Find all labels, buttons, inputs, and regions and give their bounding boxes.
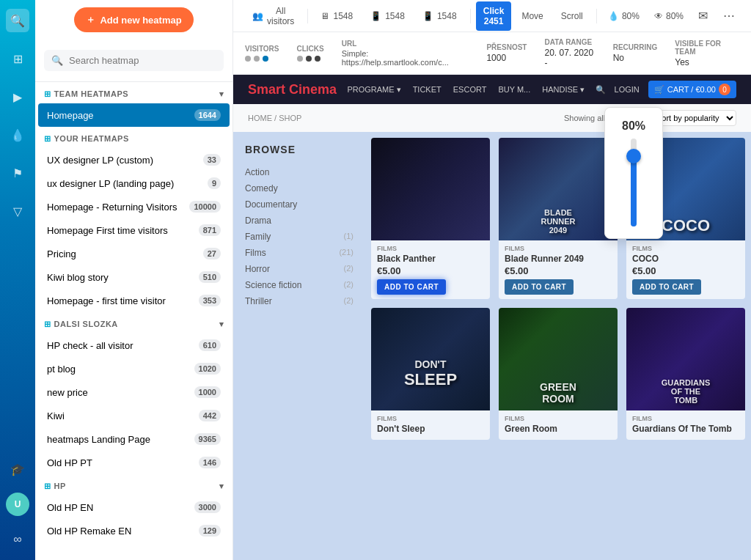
sidebar-item-new-price[interactable]: new price 1000 (38, 380, 230, 404)
category-comedy[interactable]: Comedy (245, 180, 353, 196)
nav-escort[interactable]: ESCORT (453, 85, 487, 95)
cinema-search-icon[interactable]: 🔍 (596, 85, 606, 95)
drop-icon: 💧 (608, 11, 619, 21)
sidebar-item-ux-custom[interactable]: UX designer LP (custom) 33 (38, 148, 230, 172)
nav-ticket[interactable]: TICKET (413, 85, 442, 95)
tab-desktop[interactable]: 🖥 1548 (313, 7, 360, 26)
film-title-dont-sleep: DON'TSLEEP (404, 359, 457, 388)
product-image-guardians: GUARDIANSOF THETOMB (626, 308, 745, 410)
tablet-icon: 📱 (370, 11, 381, 21)
academy-rail-icon[interactable]: 🎓 (6, 457, 29, 481)
visible-team-info: VISIBLE FOR TEAM Yes (675, 40, 739, 67)
nav-handise[interactable]: HANDISE ▾ (542, 85, 585, 95)
sidebar-item-heatmaps-lp[interactable]: heatmaps Landing Page 9365 (38, 427, 230, 451)
icon-rail: 🔍 ⊞ ▶ 💧 ⚑ ▽ 🎓 U ∞ (0, 0, 35, 560)
slider-track[interactable] (631, 139, 637, 226)
category-horror[interactable]: Horror (2) (245, 261, 353, 277)
tab-all-visitors[interactable]: 👥 All visitors (245, 1, 301, 31)
email-button[interactable]: ✉ (692, 6, 713, 26)
sidebar-item-kiwi-blog[interactable]: Kiwi blog story 510 (38, 265, 230, 289)
add-heatmap-button[interactable]: ＋ Add new heatmap (74, 7, 193, 32)
grid-rail-icon[interactable]: ⊞ (6, 47, 29, 70)
tab-drop-pct[interactable]: 💧 80% (602, 8, 645, 24)
slider-thumb[interactable] (626, 149, 641, 163)
your-heatmaps-header: ⊞YOUR HEATMAPS (35, 127, 232, 148)
clicks-info: CLICKS (297, 45, 324, 62)
sidebar-item-hp-check[interactable]: HP check - all visitor 610 (38, 334, 230, 357)
sidebar-item-ux-landing[interactable]: ux designer LP (landing page) 9 (38, 172, 230, 195)
category-films[interactable]: Films (21) (245, 245, 353, 261)
product-info-black-panther: FILMS Black Panther €5.00 ADD TO CART (371, 240, 490, 299)
sidebar-item-homepage-first[interactable]: Homepage - first time visitor 353 (38, 289, 230, 312)
sidebar-item-pricing[interactable]: Pricing 27 (38, 242, 230, 265)
cart-badge: 0 (719, 84, 730, 95)
tab-click[interactable]: Click 2451 (476, 1, 512, 31)
hp-chevron-icon[interactable]: ▾ (219, 482, 224, 491)
product-card-guardians: GUARDIANSOF THETOMB FILMS Guardians Of T… (626, 308, 745, 440)
cinema-nav: Smart Cinema PROGRAME ▾ TICKET ESCORT BU… (233, 75, 751, 104)
search-area: 🔍 (35, 40, 232, 82)
eye-icon: 👁 (654, 11, 663, 21)
tab-scroll[interactable]: Scroll (554, 7, 590, 26)
flag-rail-icon[interactable]: ⚑ (6, 161, 29, 185)
product-info-guardians: FILMS Guardians Of The Tomb (626, 410, 745, 440)
your-icon: ⊞ (44, 134, 51, 143)
category-action[interactable]: Action (245, 164, 353, 180)
product-info-blade-runner: FILMS Blade Runner 2049 €5.00 ADD TO CAR… (499, 240, 618, 299)
product-info-coco: FILMS COCO €5.00 ADD TO CART (626, 240, 745, 299)
sidebar-item-kiwi[interactable]: Kiwi 442 (38, 404, 230, 427)
product-image-black-panther (371, 138, 490, 240)
film-title-blade-runner: BLADERUNNER2049 (499, 208, 618, 235)
category-documentary[interactable]: Documentary (245, 196, 353, 213)
cinema-nav-right: 🔍 LOGIN 🛒 CART / €0.00 0 (596, 81, 736, 98)
add-to-cart-blade-runner[interactable]: ADD TO CART (505, 279, 574, 295)
sidebar-item-old-hp-en[interactable]: Old HP EN 3000 (38, 495, 230, 519)
funnel-rail-icon[interactable]: ▽ (6, 199, 29, 223)
search-input[interactable] (69, 55, 216, 66)
nav-buy[interactable]: BUY M... (498, 85, 530, 95)
topbar: 👥 All visitors 🖥 1548 📱 1548 📱 1548 Clic… (233, 0, 751, 32)
presnost-info: PŘESNOST 1000 (486, 43, 527, 63)
avatar[interactable]: U (6, 493, 29, 516)
tab-eye-pct[interactable]: 👁 80% (648, 8, 689, 24)
dalsi-chevron-icon[interactable]: ▾ (219, 320, 224, 329)
sidebar-header: ＋ Add new heatmap (35, 0, 232, 40)
sidebar-item-pt-blog[interactable]: pt blog 1020 (38, 357, 230, 380)
team-chevron-icon[interactable]: ▾ (219, 89, 224, 99)
cinema-logo: Smart Cinema (248, 82, 337, 97)
infobar: VISITORS CLICKS URL Simple: https://help… (233, 32, 751, 75)
search-rail-icon[interactable]: 🔍 (6, 9, 29, 32)
cinema-cart[interactable]: 🛒 CART / €0.00 0 (648, 81, 736, 98)
url-info: URL Simple: https://help.smartlook.com/c… (342, 40, 469, 67)
add-to-cart-black-panther[interactable]: ADD TO CART (377, 279, 446, 295)
cinema-login[interactable]: LOGIN (615, 85, 640, 94)
category-thriller[interactable]: Thriller (2) (245, 293, 353, 309)
tab-move[interactable]: Move (514, 7, 550, 26)
add-to-cart-coco[interactable]: ADD TO CART (632, 279, 701, 295)
sidebar-item-old-hp-pt[interactable]: Old HP PT 146 (38, 451, 230, 474)
sidebar-item-old-hp-remake[interactable]: Old HP Remake EN 129 (38, 519, 230, 542)
team-icon: ⊞ (44, 89, 51, 98)
sidebar-item-returning[interactable]: Homepage - Returning Visitors 10000 (38, 195, 230, 218)
browse-title: BROWSE (245, 144, 353, 155)
slider-fill (631, 156, 637, 226)
data-range-info: DATA RANGE 20. 07. 2020 - (544, 38, 595, 68)
cinema-breadcrumb: HOME / SHOP Showing all 21 results Sort … (233, 104, 751, 132)
sidebar-item-first-time[interactable]: Homepage First time visitors 871 (38, 218, 230, 242)
tab-tablet[interactable]: 📱 1548 (363, 7, 412, 26)
product-image-dont-sleep: DON'TSLEEP (371, 308, 490, 410)
products-grid: FILMS Black Panther €5.00 ADD TO CART BL… (365, 132, 751, 446)
dot-4 (297, 56, 303, 62)
heatmap-rail-icon[interactable]: 💧 (6, 123, 29, 147)
sidebar-item-homepage[interactable]: Homepage 1644 (38, 103, 230, 127)
play-rail-icon[interactable]: ▶ (6, 85, 29, 108)
category-family[interactable]: Family (1) (245, 229, 353, 245)
film-title-guardians: GUARDIANSOF THETOMB (632, 378, 739, 405)
infinity-rail-icon[interactable]: ∞ (6, 528, 29, 551)
more-options-button[interactable]: ⋯ (719, 6, 739, 26)
tab-mobile[interactable]: 📱 1548 (415, 7, 464, 26)
category-scifi[interactable]: Science fiction (2) (245, 277, 353, 293)
hp-icon: ⊞ (44, 482, 51, 490)
category-drama[interactable]: Drama (245, 213, 353, 229)
nav-programe[interactable]: PROGRAME ▾ (347, 85, 400, 95)
